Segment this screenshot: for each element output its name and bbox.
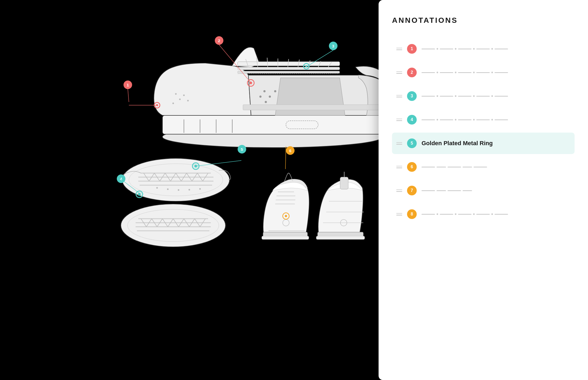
annotation-badge-5: 5 [407,138,417,148]
annotation-dashes-6 [422,167,570,167]
annotation-dashes-7 [422,190,570,191]
annotation-dashes-1 [422,48,570,50]
dot-4 [136,191,143,198]
drag-handle-7 [396,189,402,192]
svg-point-29 [274,90,276,92]
annotation-label-5: Golden Plated Metal Ring [422,140,493,147]
annotation-badge-1: 1 [407,44,417,54]
annotation-dashes-2 [422,72,570,73]
svg-point-28 [265,101,267,103]
annotation-badge-4: 4 [407,115,417,125]
annotation-dashes-8 [422,213,570,215]
annotation-dashes-4 [422,119,570,120]
annotation-item-8[interactable]: 8 [392,203,575,225]
badge-4-number: 4 [117,174,125,183]
svg-rect-14 [238,71,340,73]
drag-handle-6 [396,166,402,168]
svg-point-25 [263,90,266,92]
badge-3-number: 3 [329,42,337,50]
svg-point-55 [178,189,179,191]
annotation-badge-8: 8 [407,209,417,219]
dot-1 [154,102,160,108]
main-container: 2 3 1 [0,0,588,380]
svg-point-57 [199,188,201,190]
svg-point-10 [172,103,174,104]
svg-point-11 [187,100,189,101]
svg-rect-30 [243,105,383,110]
annotation-item-5[interactable]: 5Golden Plated Metal Ring [392,133,575,154]
svg-rect-1 [162,115,383,134]
annotations-list: 1 2 3 4 5Golden Plated Metal Ring 6 7 8 [392,38,575,225]
svg-rect-91 [340,177,348,189]
annotation-badge-2: 2 [407,68,417,77]
annotation-badge-3: 3 [407,91,417,101]
annotation-item-6[interactable]: 6 [392,156,575,178]
annotation-item-1[interactable]: 1 [392,38,575,60]
svg-rect-12 [238,62,340,66]
drag-handle-8 [396,213,402,215]
annotation-dashes-3 [422,95,570,97]
svg-line-33 [128,89,129,102]
drag-handle-4 [396,119,402,121]
drag-handle-2 [396,71,402,74]
annotation-badge-6: 6 [407,162,417,172]
svg-point-56 [188,189,190,191]
svg-point-53 [156,187,158,189]
badge-6-number: 6 [286,146,295,155]
svg-point-26 [269,96,271,98]
drag-handle-3 [396,95,402,97]
dot-2 [247,79,255,87]
svg-point-58 [121,204,226,247]
svg-rect-90 [316,236,365,239]
badge-1-number: 1 [124,81,132,89]
svg-point-54 [167,188,169,190]
svg-rect-13 [238,67,340,70]
annotation-item-3[interactable]: 3 [392,85,575,107]
badge-5-number: 5 [238,145,246,154]
annotation-badge-7: 7 [407,186,417,195]
svg-point-95 [285,215,287,217]
drag-handle-5 [396,142,402,145]
svg-point-9 [183,94,185,96]
shoe-front-back-view [251,148,369,250]
dot-5 [192,162,199,170]
svg-rect-80 [262,236,309,239]
annotation-item-7[interactable]: 7 [392,180,575,201]
dot-3 [303,63,310,70]
badge-2-number: 2 [215,36,223,45]
annotations-title: ANNOTATIONS [392,16,575,25]
drag-handle-1 [396,48,402,50]
annotation-item-4[interactable]: 4 [392,109,575,130]
svg-point-27 [259,96,262,98]
annotations-panel: › ANNOTATIONS 1 2 3 4 5Golden Plated Met… [379,0,588,380]
shoe-top-view [114,153,248,255]
annotation-item-2[interactable]: 2 [392,62,575,83]
svg-point-7 [175,93,177,95]
svg-point-8 [179,98,181,100]
